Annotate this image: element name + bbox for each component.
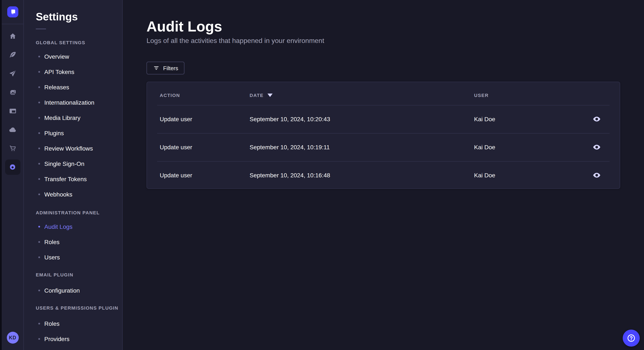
- cell-date: September 10, 2024, 10:19:11: [250, 144, 330, 151]
- feather-icon[interactable]: [5, 47, 20, 62]
- bullet-icon: [38, 132, 40, 134]
- sort-descending-icon: [267, 93, 272, 97]
- section-label-email-plugin: EMAIL PLUGIN: [36, 272, 122, 278]
- sidebar-item-audit-logs[interactable]: Audit Logs: [36, 219, 122, 234]
- cell-action: Update user: [160, 144, 192, 151]
- sidebar-item-releases[interactable]: Releases: [36, 80, 122, 95]
- table-row[interactable]: Update user September 10, 2024, 10:16:48…: [147, 161, 620, 189]
- sidebar-item-admin-users[interactable]: Users: [36, 250, 122, 265]
- main-content: Audit Logs Logs of all the activities th…: [123, 0, 644, 350]
- page-subtitle: Logs of all the activities that happened…: [146, 37, 324, 45]
- page-title: Audit Logs: [146, 18, 222, 35]
- section-label-administration-panel: ADMINISTRATION PANEL: [36, 210, 122, 216]
- user-avatar[interactable]: KD: [6, 332, 18, 344]
- column-header-user: USER: [474, 93, 488, 98]
- bullet-icon: [38, 71, 40, 73]
- administration-panel-list: Audit Logs Roles Users: [36, 219, 122, 265]
- sidebar-item-admin-roles[interactable]: Roles: [36, 234, 122, 250]
- global-settings-list: Overview API Tokens Releases Internation…: [36, 49, 122, 202]
- sidebar-item-transfer-tokens[interactable]: Transfer Tokens: [36, 172, 122, 187]
- bullet-icon: [38, 178, 40, 180]
- bullet-icon: [38, 226, 40, 227]
- window-edge-strip: [0, 0, 2, 350]
- cell-user: Kai Doe: [474, 116, 495, 123]
- logo-section: [2, 0, 24, 24]
- bullet-icon: [38, 241, 40, 243]
- cell-date: September 10, 2024, 10:20:43: [250, 116, 330, 123]
- cell-action: Update user: [160, 116, 192, 123]
- sidebar-item-review-workflows[interactable]: Review Workflows: [36, 141, 122, 156]
- bullet-icon: [38, 56, 40, 57]
- bullet-icon: [38, 117, 40, 119]
- sidebar-item-up-providers[interactable]: Providers: [36, 331, 122, 347]
- bullet-icon: [38, 102, 40, 103]
- column-header-action: ACTION: [160, 93, 180, 98]
- audit-logs-table: ACTION DATE USER Update user September 1…: [146, 82, 620, 189]
- sidebar-item-overview[interactable]: Overview: [36, 49, 122, 64]
- bullet-icon: [38, 193, 40, 195]
- home-icon[interactable]: [5, 28, 20, 44]
- view-details-eye-icon[interactable]: [591, 141, 603, 153]
- subnav-title: Settings: [36, 10, 122, 23]
- cell-user: Kai Doe: [474, 172, 495, 178]
- cell-user: Kai Doe: [474, 144, 495, 151]
- filter-icon: [153, 65, 160, 71]
- bullet-icon: [38, 323, 40, 325]
- icon-rail: KD: [2, 0, 24, 350]
- view-details-eye-icon[interactable]: [591, 113, 603, 125]
- layout-icon[interactable]: [5, 103, 20, 119]
- rail-icon-nav: [2, 28, 24, 175]
- cloud-icon[interactable]: [5, 122, 20, 137]
- app-window: KD Settings GLOBAL SETTINGS Overview API…: [0, 0, 644, 350]
- help-button[interactable]: [623, 330, 640, 347]
- bullet-icon: [38, 256, 40, 258]
- strapi-logo-icon[interactable]: [7, 6, 18, 17]
- question-mark-icon: [626, 334, 636, 343]
- cell-date: September 10, 2024, 10:16:48: [250, 172, 330, 178]
- view-details-eye-icon[interactable]: [591, 169, 603, 181]
- section-label-users-permissions-plugin: USERS & PERMISSIONS PLUGIN: [36, 305, 122, 311]
- settings-gear-icon[interactable]: [5, 160, 20, 175]
- bullet-icon: [38, 163, 40, 165]
- users-permissions-list: Roles Providers: [36, 316, 122, 347]
- filters-button-label: Filters: [163, 65, 178, 71]
- media-library-icon[interactable]: [5, 85, 20, 100]
- sidebar-item-single-sign-on[interactable]: Single Sign-On: [36, 156, 122, 172]
- title-divider: [36, 28, 46, 29]
- bullet-icon: [38, 148, 40, 149]
- sidebar-item-api-tokens[interactable]: API Tokens: [36, 64, 122, 80]
- cell-action: Update user: [160, 172, 192, 178]
- column-header-date[interactable]: DATE: [250, 93, 272, 98]
- sidebar-item-email-configuration[interactable]: Configuration: [36, 283, 122, 298]
- sidebar-item-plugins[interactable]: Plugins: [36, 126, 122, 141]
- sidebar-item-webhooks[interactable]: Webhooks: [36, 187, 122, 202]
- bullet-icon: [38, 86, 40, 88]
- paper-plane-icon[interactable]: [5, 66, 20, 81]
- section-label-global-settings: GLOBAL SETTINGS: [36, 39, 122, 45]
- bullet-icon: [38, 290, 40, 291]
- table-row[interactable]: Update user September 10, 2024, 10:20:43…: [147, 105, 620, 133]
- filters-button[interactable]: Filters: [146, 62, 185, 74]
- sidebar-item-internationalization[interactable]: Internationalization: [36, 95, 122, 110]
- email-plugin-list: Configuration: [36, 283, 122, 298]
- table-header-row: ACTION DATE USER: [147, 82, 620, 105]
- table-row[interactable]: Update user September 10, 2024, 10:19:11…: [147, 133, 620, 161]
- marketplace-cart-icon[interactable]: [5, 141, 20, 156]
- settings-subnav: Settings GLOBAL SETTINGS Overview API To…: [24, 0, 123, 350]
- sidebar-item-up-roles[interactable]: Roles: [36, 316, 122, 331]
- bullet-icon: [38, 338, 40, 340]
- sidebar-item-media-library[interactable]: Media Library: [36, 110, 122, 126]
